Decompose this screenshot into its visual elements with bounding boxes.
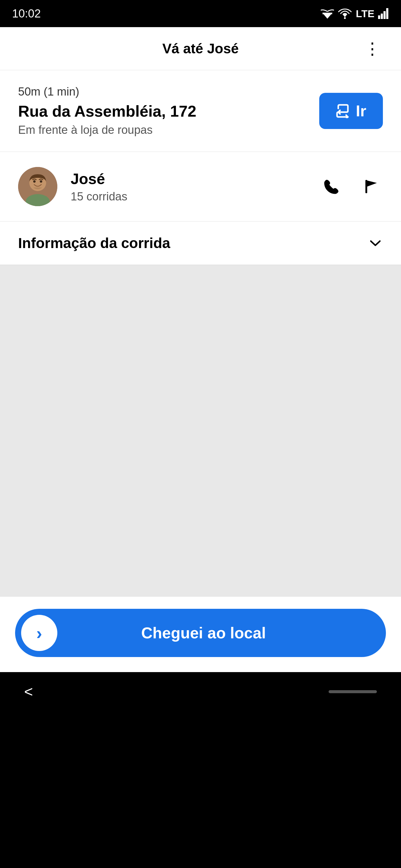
svg-rect-5 — [386, 8, 388, 19]
location-hint: Em frente à loja de roupas — [18, 124, 307, 136]
svg-rect-11 — [365, 180, 367, 193]
avatar — [18, 167, 57, 206]
go-button-label: Ir — [356, 102, 366, 120]
nav-bar: < — [0, 672, 401, 711]
arrived-label: Cheguei ao local — [57, 624, 350, 642]
wifi-icon — [321, 8, 334, 19]
svg-rect-4 — [383, 11, 385, 19]
distance-time: 50m (1 min) — [18, 85, 307, 98]
call-button[interactable] — [319, 175, 344, 198]
more-options-icon: ⋮ — [364, 40, 380, 57]
go-button[interactable]: Ir — [319, 93, 383, 129]
svg-rect-2 — [378, 16, 380, 19]
app-container: Vá até José ⋮ 50m (1 min) Rua da Assembl… — [0, 27, 401, 672]
map-area — [0, 265, 401, 597]
home-indicator — [328, 690, 377, 693]
chevron-down-icon — [368, 236, 383, 251]
lte-label: LTE — [356, 8, 374, 20]
rider-actions — [319, 175, 383, 198]
status-icons: LTE — [321, 8, 389, 20]
page-title: Vá até José — [162, 40, 239, 57]
trip-info-section[interactable]: Informação da corrida — [0, 221, 401, 265]
avatar-image — [18, 167, 57, 206]
svg-point-9 — [33, 180, 36, 183]
svg-rect-3 — [381, 13, 383, 19]
bottom-area: › Cheguei ao local — [0, 597, 401, 672]
rider-trips: 15 corridas — [70, 190, 319, 203]
address-section: 50m (1 min) Rua da Assembléia, 172 Em fr… — [0, 70, 401, 152]
arrow-icon: › — [36, 623, 42, 643]
wifi-signal-icon — [338, 8, 352, 19]
status-time: 10:02 — [12, 7, 41, 20]
rider-name: José — [70, 170, 319, 188]
arrived-arrow-circle: › — [21, 615, 57, 651]
route-icon — [336, 104, 350, 118]
phone-icon — [322, 178, 341, 195]
rider-section: José 15 corridas — [0, 152, 401, 221]
menu-button[interactable]: ⋮ — [361, 37, 383, 60]
rider-info: José 15 corridas — [70, 170, 319, 203]
trip-info-label: Informação da corrida — [18, 235, 170, 251]
arrived-button[interactable]: › Cheguei ao local — [15, 609, 386, 657]
street-name: Rua da Assembléia, 172 — [18, 102, 307, 121]
flag-icon — [362, 178, 380, 195]
flag-button[interactable] — [359, 175, 383, 198]
address-info: 50m (1 min) Rua da Assembléia, 172 Em fr… — [18, 85, 307, 136]
status-bar: 10:02 LTE — [0, 0, 401, 27]
svg-point-1 — [344, 17, 346, 19]
header: Vá até José ⋮ — [0, 27, 401, 70]
back-button[interactable]: < — [24, 683, 33, 701]
svg-point-10 — [40, 180, 42, 183]
signal-icon — [378, 8, 389, 19]
